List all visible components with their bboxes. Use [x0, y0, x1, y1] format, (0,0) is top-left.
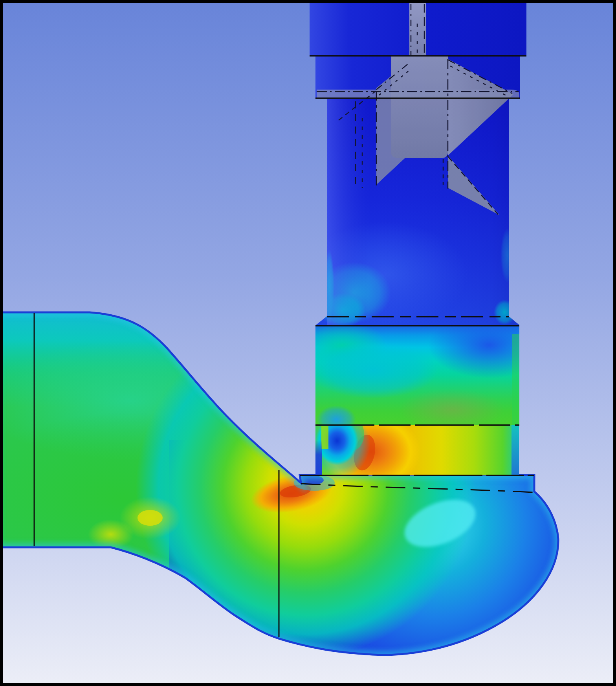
- ghost-stem: [409, 2, 426, 56]
- chartreuse-core: [138, 510, 163, 526]
- ghost-center-panel: [391, 56, 448, 158]
- band-right-teal-sliver: [512, 425, 519, 475]
- collar-cyan-swoosh: [308, 342, 438, 398]
- collar-right-green-sliver: [512, 334, 519, 425]
- model-viewport[interactable]: [0, 0, 616, 686]
- upper-fixture: [302, 2, 526, 328]
- fea-render-canvas: [0, 0, 616, 686]
- band-chartreuse-sliver: [321, 426, 328, 449]
- band-left-blue-edge: [315, 440, 322, 476]
- upper-collar-band: [297, 312, 550, 434]
- collar-olive-smudge: [399, 389, 505, 430]
